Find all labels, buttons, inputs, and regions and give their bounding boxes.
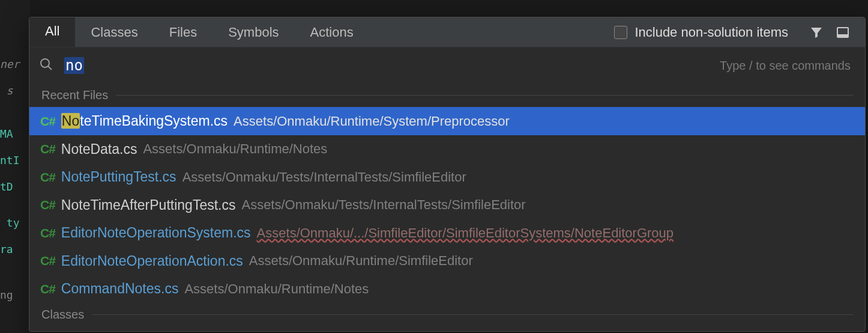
search-bar: no Type / to see commands: [29, 47, 865, 84]
result-path: Assets/Onmaku/Runtime/Notes: [143, 139, 327, 159]
checkbox-label: Include non-solution items: [634, 25, 788, 40]
result-path: Assets/Onmaku/Tests/InternalTests/Simfil…: [241, 195, 525, 215]
search-hint: Type / to see commands: [720, 59, 851, 73]
result-filename: NoteData.cs: [61, 139, 137, 160]
filter-button[interactable]: [806, 22, 827, 43]
editor-background: ner s MA ntI tD ty ra ng: [0, 0, 30, 333]
result-row[interactable]: C#EditorNoteOperationAction.csAssets/Onm…: [29, 247, 865, 275]
result-path: Assets/Onmaku/.../SimfileEditor/SimfileE…: [257, 223, 674, 243]
search-query-text: no: [64, 57, 84, 74]
result-row[interactable]: C#NoteData.csAssets/Onmaku/Runtime/Notes: [29, 135, 865, 163]
include-non-solution-checkbox[interactable]: Include non-solution items: [614, 25, 788, 40]
svg-rect-1: [837, 34, 848, 37]
tab-files[interactable]: Files: [154, 17, 212, 47]
open-in-tool-window-button[interactable]: [833, 22, 853, 43]
csharp-file-icon: C#: [40, 251, 55, 270]
result-path: Assets/Onmaku/Tests/InternalTests/Simfil…: [182, 167, 466, 187]
csharp-file-icon: C#: [40, 224, 55, 243]
result-row[interactable]: C#NoteTimeAfterPuttingTest.csAssets/Onma…: [29, 191, 865, 219]
result-path: Assets/Onmaku/Runtime/Notes: [184, 279, 369, 299]
result-row[interactable]: C#NotePuttingTest.csAssets/Onmaku/Tests/…: [29, 163, 865, 191]
window-icon: [836, 25, 850, 40]
csharp-file-icon: C#: [40, 195, 55, 215]
result-path: Assets/Onmaku/Runtime/SimfileEditor: [249, 251, 473, 270]
result-list: C#NoteTimeBakingSystem.csAssets/Onmaku/R…: [29, 107, 865, 303]
csharp-file-icon: C#: [40, 168, 55, 187]
tab-actions[interactable]: Actions: [295, 17, 369, 47]
tab-symbols[interactable]: Symbols: [212, 17, 294, 47]
funnel-icon: [809, 25, 824, 40]
result-path: Assets/Onmaku/Runtime/System/Preprocesso…: [234, 111, 510, 131]
result-filename: CommandNotes.cs: [61, 278, 179, 299]
tab-bar: All Classes Files Symbols Actions Includ…: [29, 17, 865, 47]
result-row[interactable]: C#CommandNotes.csAssets/Onmaku/Runtime/N…: [29, 275, 865, 303]
search-everywhere-popup: All Classes Files Symbols Actions Includ…: [29, 17, 866, 332]
section-classes: Classes: [29, 303, 865, 326]
search-icon: [39, 57, 53, 74]
result-row[interactable]: C#NoteTimeBakingSystem.csAssets/Onmaku/R…: [29, 107, 865, 135]
tab-classes[interactable]: Classes: [75, 17, 153, 47]
section-recent-files: Recent Files: [29, 84, 865, 107]
tab-all[interactable]: All: [29, 17, 75, 47]
csharp-file-icon: C#: [40, 280, 55, 299]
result-filename: NoteTimeBakingSystem.cs: [61, 111, 228, 132]
checkbox-icon: [614, 26, 627, 39]
svg-point-2: [41, 59, 49, 67]
result-filename: EditorNoteOperationSystem.cs: [61, 222, 251, 243]
result-row[interactable]: C#EditorNoteOperationSystem.csAssets/Onm…: [29, 219, 865, 247]
search-input[interactable]: no: [64, 57, 709, 74]
result-filename: EditorNoteOperationAction.cs: [61, 251, 243, 272]
csharp-file-icon: C#: [40, 112, 55, 131]
csharp-file-icon: C#: [40, 139, 55, 159]
result-filename: NoteTimeAfterPuttingTest.cs: [61, 195, 236, 216]
result-filename: NotePuttingTest.cs: [61, 166, 176, 188]
svg-line-3: [48, 66, 52, 70]
